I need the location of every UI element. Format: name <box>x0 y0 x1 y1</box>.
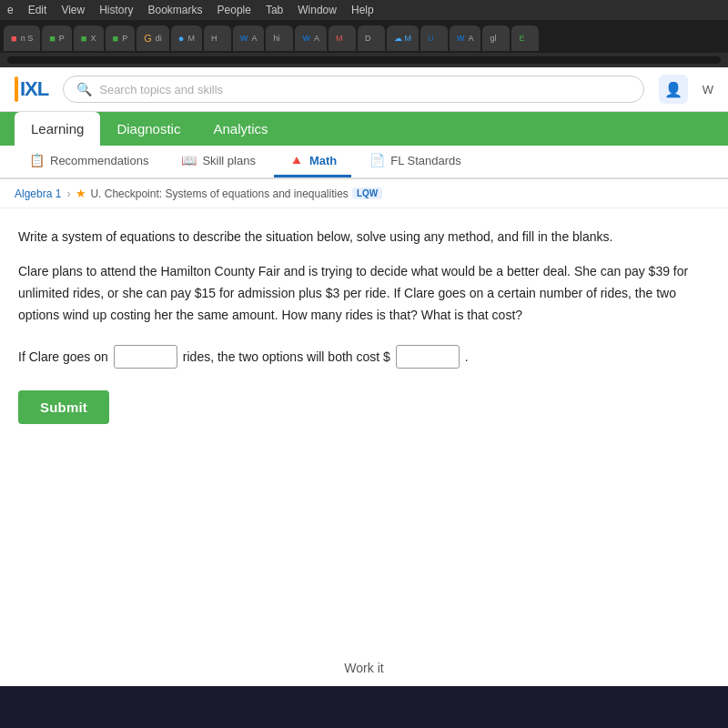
nav-tab-diagnostic[interactable]: Diagnostic <box>100 112 197 146</box>
menu-item-edit[interactable]: Edit <box>28 4 47 16</box>
search-bar[interactable]: 🔍 Search topics and skills <box>63 76 643 103</box>
browser-tab-u[interactable]: U <box>420 25 448 51</box>
browser-tab-g[interactable]: G di <box>136 25 169 51</box>
browser-tab-x[interactable]: ■ X <box>74 25 104 51</box>
browser-tab-cm[interactable]: ● M <box>171 25 202 51</box>
cost-input[interactable] <box>396 345 460 369</box>
browser-tab-hi[interactable]: hi <box>266 25 293 51</box>
sub-tab-skill-plans[interactable]: 📖 Skill plans <box>167 146 270 177</box>
problem-text: Clare plans to attend the Hamilton Count… <box>18 261 710 326</box>
breadcrumb: Algebra 1 › ★ U. Checkpoint: Systems of … <box>0 179 728 208</box>
browser-tab-p2[interactable]: ■ P <box>106 25 136 51</box>
menu-item-tab[interactable]: Tab <box>266 4 283 16</box>
sub-tab-recommendations[interactable]: 📋 Recommendations <box>15 146 163 177</box>
sub-tab-math[interactable]: 🔺 Math <box>274 146 351 177</box>
sub-tabs: 📋 Recommendations 📖 Skill plans 🔺 Math 📄… <box>0 146 728 179</box>
browser-tab-p1[interactable]: ■ P <box>42 25 72 51</box>
browser-tab-e[interactable]: E <box>511 25 539 51</box>
submit-button[interactable]: Submit <box>18 390 109 424</box>
logo-bar <box>15 76 18 102</box>
nav-tab-analytics[interactable]: Analytics <box>197 112 284 146</box>
ixl-header: IXL 🔍 Search topics and skills 👤 W <box>0 67 728 112</box>
work-it-label: Work it <box>344 661 383 679</box>
browser-tab-d[interactable]: D <box>358 25 385 51</box>
browser-tab-wa2[interactable]: W A <box>295 25 327 51</box>
sub-tab-fl-standards[interactable]: 📄 FL Standards <box>355 146 476 177</box>
answer-suffix: . <box>465 349 469 364</box>
problem-instruction: Write a system of equations to describe … <box>18 227 710 247</box>
breadcrumb-current: ★ U. Checkpoint: Systems of equations an… <box>76 187 382 200</box>
tabs-bar: ■ n S ■ P ■ X ■ P G di ● M H W A hi W A <box>0 20 728 53</box>
search-icon: 🔍 <box>76 82 92 96</box>
main-content: Write a system of equations to describe … <box>0 208 728 442</box>
ixl-website: IXL 🔍 Search topics and skills 👤 W Learn… <box>0 67 728 686</box>
search-placeholder: Search topics and skills <box>99 83 223 96</box>
user-account-button[interactable]: 👤 <box>659 75 688 104</box>
browser-tab-cloud[interactable]: ☁ M <box>387 25 419 51</box>
breadcrumb-separator: › <box>66 187 70 200</box>
checkpoint-badge: LQW <box>352 187 382 199</box>
breadcrumb-parent[interactable]: Algebra 1 <box>15 187 61 200</box>
browser-tab-gl[interactable]: gl <box>482 25 510 51</box>
browser-tab-m[interactable]: ■ n S <box>4 25 40 51</box>
math-icon: 🔺 <box>288 153 304 167</box>
fl-standards-icon: 📄 <box>369 153 385 167</box>
ixl-logo: IXL <box>15 76 48 102</box>
work-it-section: Work it <box>0 632 728 686</box>
answer-middle: rides, the two options will both cost $ <box>183 349 390 364</box>
logo-text[interactable]: IXL <box>20 77 48 101</box>
answer-prefix: If Clare goes on <box>18 349 108 364</box>
browser-tab-ms[interactable]: M <box>329 25 356 51</box>
address-bar[interactable] <box>7 56 721 64</box>
menu-item-history[interactable]: History <box>99 4 133 16</box>
menu-item-people[interactable]: People <box>217 4 251 16</box>
browser-tab-wa3[interactable]: W A <box>450 25 481 51</box>
menu-item-window[interactable]: Window <box>298 4 337 16</box>
recommendations-icon: 📋 <box>29 153 45 167</box>
browser-chrome: e Edit View History Bookmarks People Tab… <box>0 0 728 67</box>
menu-bar: e Edit View History Bookmarks People Tab… <box>0 0 728 20</box>
ixl-content: IXL 🔍 Search topics and skills 👤 W Learn… <box>0 67 728 686</box>
nav-tabs: Learning Diagnostic Analytics <box>0 112 728 146</box>
star-icon: ★ <box>76 187 86 200</box>
rides-input[interactable] <box>114 345 177 369</box>
menu-item-help[interactable]: Help <box>351 4 374 16</box>
menu-item-e[interactable]: e <box>7 4 14 16</box>
browser-tab-h[interactable]: H <box>204 25 231 51</box>
answer-row: If Clare goes on rides, the two options … <box>18 345 710 369</box>
menu-item-view[interactable]: View <box>61 4 85 16</box>
address-bar-row <box>0 53 728 67</box>
nav-tab-learning[interactable]: Learning <box>15 112 100 146</box>
user-icon: 👤 <box>664 81 682 98</box>
skill-plans-icon: 📖 <box>181 153 197 167</box>
menu-item-bookmarks[interactable]: Bookmarks <box>148 4 203 16</box>
browser-tab-wa1[interactable]: W A <box>233 25 265 51</box>
header-w-label: W <box>703 83 713 96</box>
